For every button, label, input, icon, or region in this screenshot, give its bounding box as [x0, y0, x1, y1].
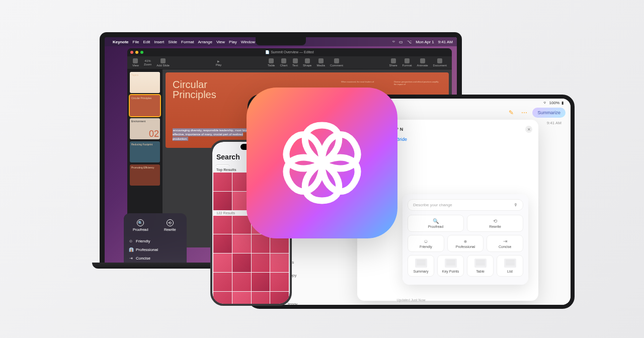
wifi-icon: ᯤ — [543, 101, 547, 105]
minimize-button[interactable] — [135, 51, 138, 54]
toolbar-media[interactable]: Media — [316, 58, 325, 67]
tone-concise[interactable]: ⇥Concise — [128, 255, 183, 262]
note-time: 9:41 AM — [547, 121, 561, 125]
apple-intelligence-icon — [247, 88, 397, 238]
photo-thumb[interactable] — [213, 273, 232, 291]
macbook-notch — [256, 37, 306, 45]
menu-edit[interactable]: Edit — [143, 40, 150, 44]
menu-file[interactable]: File — [133, 40, 139, 44]
tone-concise[interactable]: ⇥Concise — [487, 235, 523, 252]
toolbar-zoom[interactable]: 41%Zoom — [144, 59, 151, 66]
menu-view[interactable]: View — [216, 40, 225, 44]
battery-icon: ▮ — [561, 101, 564, 105]
slide-thumb-4[interactable]: Reducing Footprint — [130, 141, 160, 162]
menu-play[interactable]: Play — [229, 40, 237, 44]
proofread-button[interactable]: 🔍Proofread — [128, 217, 153, 233]
document-title: Summit Overview — [271, 50, 298, 54]
writing-tools-popover-ipad: Describe your change🎙 🔍Proofread ⟲Rewrit… — [403, 194, 528, 285]
menu-slide[interactable]: Slide — [168, 40, 177, 44]
photo-thumb[interactable] — [270, 292, 289, 304]
selected-text[interactable]: encouraging diversity, responsible leade… — [173, 128, 252, 141]
menubar-date[interactable]: Mon Apr 1 — [416, 40, 434, 44]
toolbar-animate[interactable]: Animate — [417, 58, 428, 67]
summarize-button[interactable]: Summarize — [532, 108, 566, 118]
photo-thumb[interactable] — [232, 254, 251, 272]
toolbar-add-slide[interactable]: Add Slide — [156, 58, 170, 67]
photo-thumb[interactable] — [213, 292, 232, 304]
toolbar-text[interactable]: Text — [292, 58, 298, 67]
slide-thumb-5[interactable]: Promoting Efficiency — [130, 164, 160, 186]
wifi-icon[interactable]: ⌔ — [392, 40, 395, 44]
menu-insert[interactable]: Insert — [154, 40, 164, 44]
more-icon[interactable]: ⋯ — [519, 108, 529, 118]
close-icon[interactable]: ✕ — [525, 126, 532, 133]
updated-label: Updated Just Now — [396, 298, 425, 302]
menubar-app-name[interactable]: Keynote — [113, 40, 129, 44]
slide-thumb-2[interactable]: Circular Principles — [130, 95, 160, 116]
menu-arrange[interactable]: Arrange — [198, 40, 212, 44]
format-summary[interactable]: Summary — [408, 255, 434, 277]
menu-format[interactable]: Format — [181, 40, 194, 44]
document-status: Edited — [304, 50, 314, 54]
toolbar-view[interactable]: View — [132, 58, 139, 67]
maximize-button[interactable] — [140, 51, 143, 54]
photo-thumb[interactable] — [232, 292, 251, 304]
compose-icon[interactable]: ✎ — [506, 108, 516, 118]
rewrite-button[interactable]: ⟲Rewrite — [157, 217, 183, 233]
control-center-icon[interactable]: ⌥ — [407, 40, 412, 44]
toolbar-chart[interactable]: Chart — [280, 58, 287, 67]
tone-friendly[interactable]: ☺Friendly — [128, 237, 183, 245]
keynote-titlebar: 📄 Summit Overview — Edited — [127, 48, 452, 56]
toolbar-comment[interactable]: Comment — [330, 58, 343, 67]
photo-thumb[interactable] — [213, 234, 232, 253]
format-key-points[interactable]: Key Points — [437, 255, 464, 277]
photo-thumb[interactable] — [232, 273, 251, 291]
keynote-toolbar: View 41%Zoom Add Slide ▶Play Table Chart… — [127, 56, 452, 69]
photo-thumb[interactable] — [252, 254, 270, 272]
rewrite-button[interactable]: ⟲Rewrite — [467, 215, 523, 232]
toolbar-play[interactable]: ▶Play — [216, 59, 222, 66]
menubar-time[interactable]: 9:41 AM — [438, 40, 453, 44]
proofread-button[interactable]: 🔍Proofread — [408, 215, 464, 232]
toolbar-shape[interactable]: Shape — [303, 58, 311, 67]
format-table[interactable]: Table — [467, 255, 494, 277]
photo-thumb[interactable] — [213, 192, 232, 210]
photo-thumb[interactable] — [270, 254, 289, 272]
tone-friendly[interactable]: ☺Friendly — [408, 235, 444, 252]
toolbar-format[interactable]: Format — [403, 58, 412, 67]
tone-professional[interactable]: 👔Professional — [128, 246, 183, 254]
photo-thumb[interactable] — [232, 234, 251, 253]
photo-thumb[interactable] — [252, 292, 270, 304]
mic-icon[interactable]: 🎙 — [514, 203, 518, 207]
toolbar-table[interactable]: Table — [268, 58, 275, 67]
photo-thumb[interactable] — [213, 173, 232, 191]
photo-thumb[interactable] — [213, 216, 232, 234]
slide-thumb-1[interactable]: Topics — [130, 72, 160, 93]
describe-change-input[interactable]: Describe your change🎙 — [408, 199, 523, 211]
photo-thumb[interactable] — [252, 273, 270, 291]
notes-fragment: was so trippy to s Jenny, an assistant m… — [287, 260, 377, 300]
battery-icon[interactable]: ▭ — [399, 40, 403, 44]
photo-thumb[interactable] — [213, 254, 232, 272]
slide-thumb-3[interactable]: Environment02 — [130, 118, 160, 139]
menu-window[interactable]: Window — [241, 40, 255, 44]
battery-label: 100% — [549, 101, 559, 105]
toolbar-share[interactable]: Share — [389, 58, 397, 67]
photo-thumb[interactable] — [270, 273, 289, 291]
photo-thumb[interactable] — [252, 234, 270, 253]
intelligence-glyph-icon — [272, 113, 372, 213]
format-list[interactable]: List — [497, 255, 523, 277]
toolbar-document[interactable]: Document — [433, 58, 447, 67]
writing-tools-popover-mac: 🔍Proofread ⟲Rewrite ☺Friendly 👔Professio… — [124, 213, 187, 263]
tone-professional[interactable]: ⎈Professional — [447, 235, 484, 252]
close-button[interactable] — [130, 51, 133, 54]
